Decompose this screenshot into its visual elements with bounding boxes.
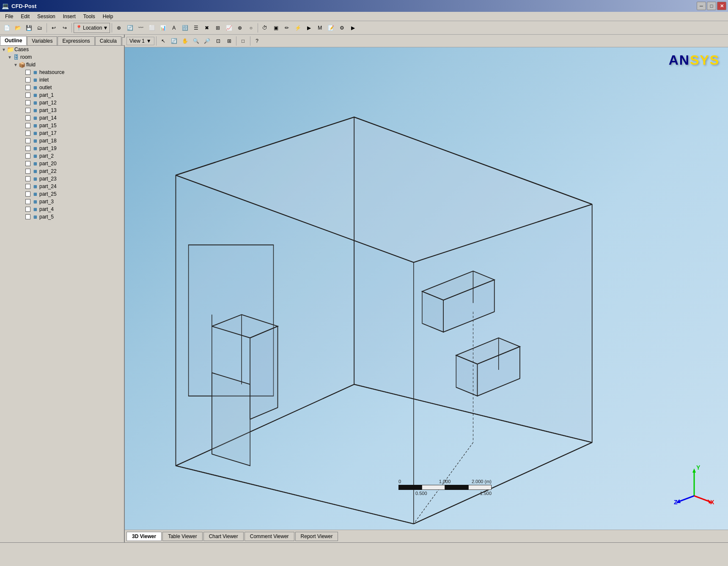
tree-item-part_3[interactable]: ⊞ part_3 xyxy=(0,198,124,205)
part22-checkbox[interactable] xyxy=(25,169,30,174)
viewport-3d[interactable]: ANSYS xyxy=(125,47,728,530)
tb-btn-16[interactable]: ✏ xyxy=(282,23,292,33)
part1-checkbox[interactable] xyxy=(25,93,30,98)
part13-checkbox[interactable] xyxy=(25,108,30,113)
part14-checkbox[interactable] xyxy=(25,115,30,120)
tb-btn-12[interactable]: ⊕ xyxy=(235,23,245,33)
tb-btn-10[interactable]: ⊞ xyxy=(213,23,223,33)
tab-comment-viewer[interactable]: Comment Viewer xyxy=(244,532,294,541)
fluid-expander[interactable]: ▼ xyxy=(13,62,19,68)
tb-btn-2[interactable]: 🔄 xyxy=(125,23,135,33)
tree-item-part_4[interactable]: ⊞ part_4 xyxy=(0,205,124,213)
undo-button[interactable]: ↩ xyxy=(49,23,59,33)
tab-3d-viewer[interactable]: 3D Viewer xyxy=(126,532,162,541)
part2-checkbox[interactable] xyxy=(25,153,30,159)
tree-item-part_22[interactable]: ⊞ part_22 xyxy=(0,167,124,175)
pan-btn[interactable]: ✋ xyxy=(180,36,190,46)
part5-checkbox[interactable] xyxy=(25,214,30,219)
tb-btn-7[interactable]: 🔢 xyxy=(180,23,190,33)
tb-btn-3[interactable]: 〰 xyxy=(136,23,146,33)
part24-checkbox[interactable] xyxy=(25,184,30,189)
tree-item-inlet[interactable]: ⊞ inlet xyxy=(0,76,124,84)
part17-checkbox[interactable] xyxy=(25,131,30,136)
tb-btn-21[interactable]: ⚙ xyxy=(337,23,347,33)
tree-item-part_19[interactable]: ⊞ part_19 xyxy=(0,145,124,152)
room-expander[interactable]: ▼ xyxy=(7,54,13,60)
tab-variables[interactable]: Variables xyxy=(27,36,57,45)
tab-chart-viewer[interactable]: Chart Viewer xyxy=(203,532,244,541)
tab-table-viewer[interactable]: Table Viewer xyxy=(162,532,202,541)
part23-checkbox[interactable] xyxy=(25,176,30,181)
tree-item-part_20[interactable]: ⊞ part_20 xyxy=(0,160,124,167)
part25-checkbox[interactable] xyxy=(25,191,30,197)
tb-btn-20[interactable]: 📝 xyxy=(326,23,336,33)
tb-btn-6[interactable]: A xyxy=(169,23,179,33)
menu-help[interactable]: Help xyxy=(99,13,117,20)
tree-item-outlet[interactable]: ⊞ outlet xyxy=(0,84,124,91)
new-button[interactable]: 📄 xyxy=(2,23,12,33)
tree-item-part_12[interactable]: ⊞ part_12 xyxy=(0,99,124,107)
minimize-button[interactable]: ─ xyxy=(697,2,706,10)
tab-calcula[interactable]: Calcula xyxy=(95,36,121,45)
outlet-checkbox[interactable] xyxy=(25,85,30,90)
close-button[interactable]: ✕ xyxy=(717,2,726,10)
tab-report-viewer[interactable]: Report Viewer xyxy=(295,532,338,541)
part4-checkbox[interactable] xyxy=(25,207,30,212)
zoom-in-btn[interactable]: 🔍 xyxy=(191,36,201,46)
help-btn[interactable]: ? xyxy=(252,36,262,46)
tree-room[interactable]: ▼ 🗄 room xyxy=(0,53,124,61)
tree-item-part_25[interactable]: ⊞ part_25 xyxy=(0,190,124,198)
tb-btn-14[interactable]: ⏱ xyxy=(260,23,270,33)
menu-insert[interactable]: Insert xyxy=(60,13,79,20)
tree-item-part_2[interactable]: ⊞ part_2 xyxy=(0,152,124,160)
part20-checkbox[interactable] xyxy=(25,161,30,166)
location-dropdown[interactable]: 📍 Location ▼ xyxy=(74,23,110,33)
part3-checkbox[interactable] xyxy=(25,199,30,204)
menu-tools[interactable]: Tools xyxy=(80,13,99,20)
tree-item-heatsource[interactable]: ⊞ heatsource xyxy=(0,68,124,76)
tree-fluid[interactable]: ▼ 📦 fluid xyxy=(0,61,124,68)
tb-btn-19[interactable]: M xyxy=(315,23,325,33)
tree-item-part_24[interactable]: ⊞ part_24 xyxy=(0,183,124,190)
zoom-out-btn[interactable]: 🔎 xyxy=(202,36,212,46)
square-btn[interactable]: □ xyxy=(238,36,248,46)
tree-item-part_5[interactable]: ⊞ part_5 xyxy=(0,213,124,221)
tab-expressions[interactable]: Expressions xyxy=(58,36,94,45)
saveas-button[interactable]: 🗂 xyxy=(35,23,45,33)
tab-outline[interactable]: Outline xyxy=(0,36,27,45)
tb-btn-18[interactable]: ▶ xyxy=(304,23,314,33)
part15-checkbox[interactable] xyxy=(25,123,30,128)
part18-checkbox[interactable] xyxy=(25,138,30,143)
tree-cases[interactable]: ▼ 📁 Cases xyxy=(0,46,124,53)
cases-expander[interactable]: ▼ xyxy=(1,46,7,52)
inlet-checkbox[interactable] xyxy=(25,77,30,82)
view-dropdown[interactable]: View 1 ▼ xyxy=(126,37,154,45)
cursor-btn[interactable]: ↖ xyxy=(158,36,168,46)
tb-btn-4[interactable]: ⬜ xyxy=(147,23,157,33)
tb-btn-9[interactable]: ✖ xyxy=(202,23,212,33)
tb-btn-1[interactable]: ⊕ xyxy=(114,23,124,33)
tree-item-part_14[interactable]: ⊞ part_14 xyxy=(0,114,124,122)
heatsource-checkbox[interactable] xyxy=(25,70,30,75)
maximize-button[interactable]: □ xyxy=(707,2,716,10)
tb-btn-11[interactable]: 📈 xyxy=(224,23,234,33)
menu-session[interactable]: Session xyxy=(34,13,59,20)
save-button[interactable]: 💾 xyxy=(24,23,34,33)
menu-file[interactable]: File xyxy=(2,13,16,20)
tree-item-part_15[interactable]: ⊞ part_15 xyxy=(0,122,124,129)
tree-item-part_18[interactable]: ⊞ part_18 xyxy=(0,137,124,145)
tb-btn-17[interactable]: ⚡ xyxy=(293,23,303,33)
part19-checkbox[interactable] xyxy=(25,146,30,151)
fit-btn[interactable]: ⊞ xyxy=(224,36,234,46)
tb-btn-22[interactable]: ▶ xyxy=(348,23,358,33)
open-button[interactable]: 📂 xyxy=(13,23,23,33)
rotate-btn[interactable]: 🔄 xyxy=(169,36,179,46)
menu-edit[interactable]: Edit xyxy=(17,13,33,20)
tree-item-part_17[interactable]: ⊞ part_17 xyxy=(0,129,124,137)
tb-btn-13[interactable]: ○ xyxy=(246,23,256,33)
tb-btn-5[interactable]: 📊 xyxy=(158,23,168,33)
tb-btn-15[interactable]: ▣ xyxy=(271,23,281,33)
tree-item-part_13[interactable]: ⊞ part_13 xyxy=(0,107,124,114)
zoom-box-btn[interactable]: ⊡ xyxy=(213,36,223,46)
tree-item-part_23[interactable]: ⊞ part_23 xyxy=(0,175,124,183)
